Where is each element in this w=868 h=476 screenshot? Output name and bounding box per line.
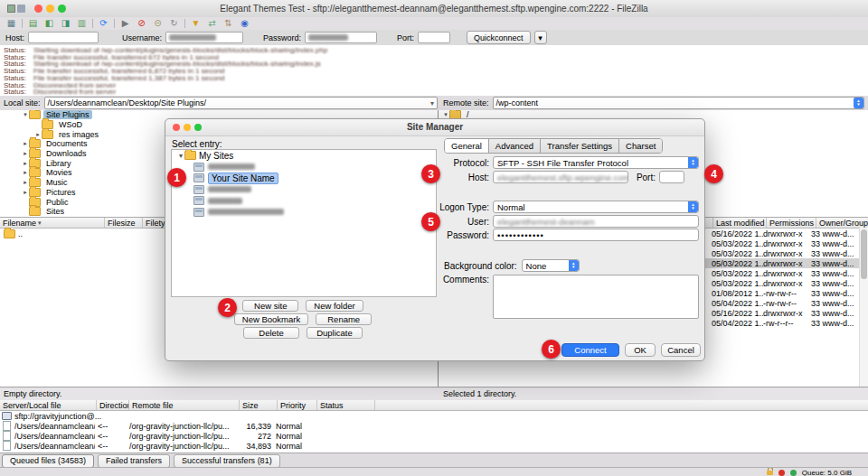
scrollbar-thumb[interactable] [861,229,867,279]
column-permissions[interactable]: Permissions [767,218,816,228]
connect-button[interactable]: Connect [561,343,619,357]
folder-icon [184,151,196,160]
status-line: Status:File transfer successful, transfe… [4,68,868,75]
tab-advanced[interactable]: Advanced [489,139,541,153]
protocol-row: Protocol: SFTP - SSH File Transfer Proto… [437,156,699,169]
host-input[interactable] [28,32,99,43]
tab-transfer-settings[interactable]: Transfer Settings [541,139,619,153]
user-row: User: elegantthemest-deannam [437,215,699,228]
password-field[interactable]: •••••••••••• [493,229,699,241]
site-entry-redacted[interactable] [172,162,436,173]
server-icon [193,196,204,205]
logon-type-label: Logon Type: [437,202,489,212]
delete-button[interactable]: Delete [243,327,299,339]
tab-queued-files[interactable]: Queued files (34583) [2,454,94,468]
find-files-icon[interactable]: ◉ [239,18,250,29]
rename-button[interactable]: Rename [316,313,372,325]
ok-button[interactable]: OK [625,343,656,357]
username-label: Username: [122,33,162,42]
toggle-message-log-icon[interactable]: ▤ [27,18,39,29]
column-owner-group[interactable]: Owner/Group [816,218,868,228]
comments-textarea[interactable] [493,275,699,319]
toolbar-separator [184,19,185,28]
new-site-button[interactable]: New site [242,300,298,312]
password-input[interactable] [305,32,377,43]
username-input[interactable] [165,32,243,43]
column-direction[interactable]: Direction [97,400,129,410]
directory-comparison-icon[interactable]: ⇄ [206,18,218,29]
site-entry-selected[interactable]: Your Site Name [172,173,436,184]
cancel-operation-icon[interactable]: ⊘ [136,18,147,29]
queue-file-row[interactable]: /Users/deannamclean/...<--/org-gravity-j… [0,421,868,431]
host-field[interactable]: elegantthemest.sftp.wpengine.com [493,171,628,183]
site-entry-redacted[interactable] [172,195,436,207]
window-zoom-button[interactable] [58,5,66,13]
remote-site-combo[interactable]: /wp-content ▲▼ [493,97,864,109]
protocol-select[interactable]: SFTP - SSH File Transfer Protocol▲▼ [493,156,699,169]
password-label: Password: [263,33,301,42]
quickconnect-button[interactable]: Quickconnect [467,31,531,44]
cancel-button[interactable]: Cancel [661,343,701,357]
folder-icon [29,110,41,119]
filezilla-window: Elegant Themes Test - sftp://elegantthem… [0,0,868,476]
column-remote-file[interactable]: Remote file [129,400,240,410]
duplicate-button[interactable]: Duplicate [307,327,363,339]
new-bookmark-button[interactable]: New Bookmark [234,313,308,325]
server-icon [193,208,204,217]
site-entry-redacted[interactable] [172,184,436,196]
disconnect-icon[interactable]: ⊝ [152,18,164,29]
synchronized-browsing-icon[interactable]: ⇅ [222,18,234,29]
site-entries-tree: ▾My Sites Your Site Name [171,149,437,297]
local-site-bar: Local site: /Users/deannamclean/Desktop/… [0,96,441,110]
queue-file-row[interactable]: /Users/deannamclean/...<--/org-gravity-j… [0,441,868,451]
user-field[interactable]: elegantthemest-deannam [493,215,699,228]
window-minimize-button[interactable] [46,5,54,13]
site-entry-redacted[interactable] [172,207,436,219]
port-field-label: Port: [628,173,656,182]
port-input[interactable] [418,32,450,43]
tab-successful-transfers[interactable]: Successful transfers (81) [174,454,280,468]
redacted-site-name [208,186,251,192]
column-size[interactable]: Size [240,400,278,410]
status-line: Status:Disconnected from server [4,89,868,96]
filter-icon[interactable]: ▼ [190,18,202,29]
column-priority[interactable]: Priority [278,400,317,410]
column-status[interactable]: Status [317,400,375,410]
column-filename[interactable]: Filename▾ [0,218,105,228]
host-row: Host: elegantthemest.sftp.wpengine.com P… [437,171,684,183]
tab-failed-transfers[interactable]: Failed transfers [98,454,170,468]
reconnect-icon[interactable]: ↻ [168,18,180,29]
my-sites-root[interactable]: ▾My Sites [172,150,436,162]
remote-scrollbar[interactable] [859,228,868,387]
new-folder-button[interactable]: New folder [306,300,363,312]
toggle-remote-tree-icon[interactable]: ◨ [60,18,71,29]
redacted-site-name [208,198,242,204]
toggle-local-tree-icon[interactable]: ◧ [43,18,55,29]
logon-type-select[interactable]: Normal▲▼ [493,201,699,213]
annotation-badge-5: 5 [421,212,440,231]
process-queue-icon[interactable]: ▶ [119,18,131,29]
column-last-modified[interactable]: Last modified [713,218,767,228]
background-color-select[interactable]: None▲▼ [522,259,580,272]
queue-server-row[interactable]: sftp://gravityjunction@... [0,411,868,421]
quickconnect-dropdown-button[interactable]: ▾ [534,31,547,44]
port-field[interactable] [659,171,684,183]
tab-charset[interactable]: Charset [619,139,662,153]
toolbar-separator [22,19,23,28]
column-server-local-file[interactable]: Server/Local file [0,400,97,410]
toolbar-separator [114,19,115,28]
local-site-combo[interactable]: /Users/deannamclean/Desktop/Site Plugins… [44,97,438,109]
chevron-down-icon: ▾ [430,99,434,107]
remote-directory-status: Selected 1 directory. [443,389,516,398]
window-close-button[interactable] [34,5,42,13]
settings-tabs: General Advanced Transfer Settings Chars… [444,138,663,154]
refresh-icon[interactable]: ⟳ [98,18,109,29]
ok-indicator-icon [790,470,797,476]
site-name-edit-field[interactable]: Your Site Name [208,173,278,184]
column-filesize[interactable]: Filesize [105,218,143,228]
tab-general[interactable]: General [445,139,489,153]
toggle-transfer-queue-icon[interactable]: ▥ [76,18,88,29]
site-manager-icon[interactable]: ▦ [5,18,17,29]
server-icon [2,412,12,420]
queue-file-row[interactable]: /Users/deannamclean/...<--/org-gravity-j… [0,431,868,441]
